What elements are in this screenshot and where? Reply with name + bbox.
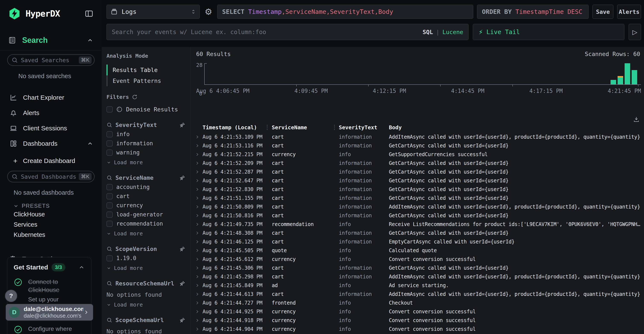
load-more-button[interactable]: Load more	[106, 230, 185, 237]
expand-row-icon[interactable]	[193, 292, 202, 296]
presets-toggle[interactable]: PRESETS	[13, 202, 102, 209]
search-icon[interactable]	[106, 122, 112, 128]
get-started-step-2[interactable]: Configure where your data comes from	[14, 325, 85, 334]
sidebar-item-search[interactable]: Search	[0, 36, 102, 45]
search-icon[interactable]	[106, 317, 112, 323]
load-more-button[interactable]: Load more	[106, 302, 185, 308]
alerts-button[interactable]: Alerts	[617, 5, 641, 19]
refresh-icon[interactable]	[132, 94, 138, 100]
load-more-button[interactable]: Load more	[106, 265, 185, 271]
sidebar-item-chart-explorer[interactable]: Chart Explorer	[0, 90, 102, 105]
preset-dashboard-link[interactable]: Kubernetes	[14, 230, 102, 240]
pin-icon[interactable]	[179, 175, 185, 181]
source-select[interactable]: Logs	[106, 5, 200, 19]
saved-dashboards-input[interactable]: Saved Dashboards ⌘K	[7, 171, 94, 182]
table-row[interactable]: Aug 6 4:21:45.306 PM cart information Ge…	[193, 264, 644, 272]
filter-option[interactable]: load-generator	[106, 211, 185, 218]
expand-row-icon[interactable]	[193, 161, 202, 166]
checkbox[interactable]	[106, 106, 113, 112]
checkbox[interactable]	[106, 184, 113, 190]
filter-option[interactable]: accounting	[106, 184, 185, 190]
search-icon[interactable]	[106, 280, 112, 286]
checkbox[interactable]	[106, 221, 113, 227]
col-body[interactable]: Body	[389, 124, 644, 130]
expand-row-icon[interactable]	[193, 143, 202, 148]
filter-option[interactable]: currency	[106, 202, 185, 208]
search-icon[interactable]	[106, 246, 112, 252]
filter-option[interactable]: warning	[106, 149, 185, 156]
results-histogram[interactable]: 28 0 Aug 6 4:06:45 PM4:09:45 PM4:12:15 P…	[196, 63, 641, 94]
table-row[interactable]: Aug 6 4:21:44.727 PM frontend info Check…	[193, 298, 644, 307]
column-resize-handle[interactable]	[334, 125, 339, 130]
checkbox[interactable]	[106, 131, 113, 138]
expand-row-icon[interactable]	[193, 152, 202, 157]
sql-mode-toggle[interactable]: SQL	[422, 29, 433, 35]
chart-bar[interactable]	[624, 63, 630, 84]
table-row[interactable]: Aug 6 4:21:48.308 PM cart information Ge…	[193, 228, 644, 237]
search-icon[interactable]	[106, 175, 112, 181]
sidebar-item-client-sessions[interactable]: Client Sessions	[0, 120, 102, 136]
col-severitytext[interactable]: SeverityText	[339, 124, 389, 130]
expand-row-icon[interactable]	[193, 248, 202, 253]
load-more-button[interactable]: Load more	[106, 159, 185, 166]
expand-row-icon[interactable]	[193, 204, 202, 209]
checkbox[interactable]	[106, 193, 113, 200]
table-row[interactable]: Aug 6 4:21:52.215 PM currency info GetSu…	[193, 150, 644, 159]
table-row[interactable]: Aug 6 4:21:52.647 PM cart information Ge…	[193, 176, 644, 185]
table-row[interactable]: Aug 6 4:21:45.612 PM currency info Conve…	[193, 255, 644, 264]
expand-row-icon[interactable]	[193, 283, 202, 288]
table-row[interactable]: Aug 6 4:21:50.816 PM cart information Ge…	[193, 211, 644, 220]
column-resize-handle[interactable]	[267, 125, 272, 130]
checkbox[interactable]	[106, 255, 113, 261]
pin-icon[interactable]	[179, 317, 185, 323]
expand-row-icon[interactable]	[193, 213, 202, 218]
filter-option[interactable]: 1.19.0	[106, 255, 185, 261]
table-row[interactable]: Aug 6 4:21:44.925 PM currency info Conve…	[193, 307, 644, 316]
preset-dashboard-link[interactable]: Services	[14, 220, 102, 230]
expand-row-icon[interactable]	[193, 222, 202, 227]
expand-row-icon[interactable]	[193, 170, 202, 174]
chart-bar[interactable]	[632, 70, 637, 84]
user-account-popup[interactable]: D dale@clickhouse.com dale@clickhouse.co…	[6, 304, 93, 320]
live-tail-button[interactable]: ⚡ Live Tail	[473, 24, 624, 40]
table-row[interactable]: Aug 6 4:21:51.155 PM cart information Ge…	[193, 194, 644, 202]
sidebar-item-alerts[interactable]: Alerts	[0, 105, 102, 120]
col-timestamp[interactable]: Timestamp (Local)	[202, 124, 267, 130]
create-dashboard-button[interactable]: + Create Dashboard	[0, 155, 102, 167]
filter-option[interactable]: information	[106, 140, 185, 146]
chart-bar[interactable]	[618, 76, 623, 84]
expand-row-icon[interactable]	[193, 240, 202, 244]
denoise-results-option[interactable]: Denoise Results	[106, 106, 185, 113]
select-clause-input[interactable]: SELECT Timestamp ,ServiceName,SeverityTe…	[217, 5, 473, 19]
download-icon[interactable]	[633, 116, 640, 123]
expand-row-icon[interactable]	[193, 309, 202, 314]
pin-icon[interactable]	[179, 280, 185, 286]
event-search-input[interactable]: Search your events w/ Lucene ex. column:…	[106, 24, 468, 40]
mode-results-table[interactable]: Results Table	[106, 64, 185, 76]
table-row[interactable]: Aug 6 4:21:52.287 PM cart information Ge…	[193, 168, 644, 176]
chart-bar[interactable]	[610, 80, 616, 84]
table-row[interactable]: Aug 6 4:21:45.505 PM quote info Calculat…	[193, 246, 644, 255]
filter-option[interactable]: cart	[106, 193, 185, 200]
col-servicename[interactable]: ServiceName	[272, 124, 334, 130]
collapse-sidebar-icon[interactable]	[84, 9, 94, 18]
table-row[interactable]: Aug 6 4:21:46.125 PM cart information Em…	[193, 237, 644, 246]
table-row[interactable]: Aug 6 4:21:52.830 PM cart information Ge…	[193, 185, 644, 194]
filter-option[interactable]: info	[106, 131, 185, 138]
expand-row-icon[interactable]	[193, 257, 202, 262]
expand-row-icon[interactable]	[193, 134, 202, 139]
filter-option[interactable]: recommendation	[106, 220, 185, 227]
help-button[interactable]: ?	[5, 290, 17, 302]
chevron-up-icon[interactable]	[87, 37, 93, 44]
checkbox[interactable]	[106, 212, 113, 218]
expand-row-icon[interactable]	[193, 300, 202, 305]
expand-row-icon[interactable]	[193, 187, 202, 192]
checkbox[interactable]	[106, 150, 113, 156]
mode-event-patterns[interactable]: Event Patterns	[106, 76, 185, 86]
expand-row-icon[interactable]	[193, 231, 202, 236]
lucene-mode-toggle[interactable]: Lucene	[442, 29, 463, 35]
expand-row-icon[interactable]	[193, 274, 202, 279]
table-row[interactable]: Aug 6 4:21:49.735 PM recommendation info…	[193, 220, 644, 228]
source-settings-button[interactable]: ⚙	[204, 5, 214, 19]
pin-icon[interactable]	[179, 122, 185, 128]
